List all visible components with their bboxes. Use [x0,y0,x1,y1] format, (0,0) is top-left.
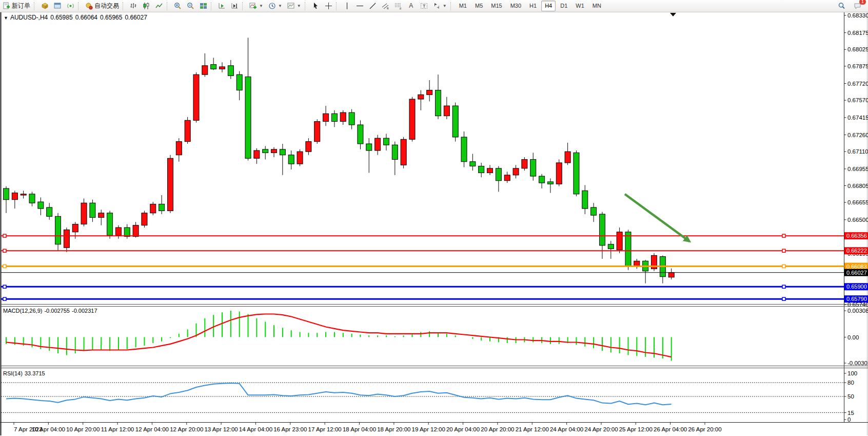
cursor-button[interactable] [309,1,322,11]
trendline-button[interactable] [366,1,379,11]
candle[interactable] [323,113,329,121]
auto-trading-button[interactable]: 自动交易 [83,1,122,11]
text-button[interactable]: A [405,1,418,11]
candle[interactable] [4,188,9,200]
candle[interactable] [271,149,277,153]
arrows-button[interactable]: ▼ [430,1,449,11]
candle[interactable] [306,142,311,152]
candle[interactable] [444,106,449,116]
candle[interactable] [107,213,113,235]
candle[interactable] [64,230,69,248]
candle[interactable] [599,214,605,245]
new-order-button[interactable]: 新订单 [0,1,33,11]
line-handle[interactable] [782,265,785,268]
candle[interactable] [513,168,519,175]
fibonacci-button[interactable]: F [392,1,405,11]
candle[interactable] [115,228,121,235]
candle[interactable] [522,159,527,168]
candle[interactable] [625,232,631,267]
candle[interactable] [21,194,26,195]
timeframe-mn[interactable]: MN [589,1,605,11]
candle[interactable] [349,112,354,125]
vertical-line-button[interactable] [341,1,353,11]
candle[interactable] [340,112,346,121]
candle[interactable] [55,216,61,244]
line-handle[interactable] [3,265,6,268]
timeframe-m30[interactable]: M30 [507,1,525,11]
timeframe-m5[interactable]: M5 [471,1,486,11]
candle[interactable] [479,166,484,173]
candle[interactable] [29,194,35,203]
candle[interactable] [236,74,242,90]
candle[interactable] [331,113,337,121]
timeframe-w1[interactable]: W1 [572,1,588,11]
timeframe-m1[interactable]: M1 [456,1,470,11]
candle[interactable] [133,225,139,237]
candle[interactable] [38,202,44,208]
text-label-button[interactable]: T [418,1,430,11]
candle[interactable] [202,66,208,74]
candle[interactable] [496,168,501,181]
candle[interactable] [383,138,389,145]
market-watch-button[interactable] [38,1,51,11]
candle[interactable] [452,106,458,137]
timeframe-h1[interactable]: H1 [526,1,540,11]
candle[interactable] [228,66,233,76]
candle[interactable] [211,65,216,69]
line-handle[interactable] [782,234,785,237]
symbol-dropdown-icon[interactable]: ▼ [4,15,8,21]
candle[interactable] [280,149,285,155]
templates-button[interactable]: ▼ [285,1,304,11]
candle[interactable] [297,151,303,164]
candle[interactable] [418,94,424,99]
candle[interactable] [47,207,52,216]
candle[interactable] [375,138,381,150]
candle[interactable] [582,191,588,208]
candle[interactable] [176,142,182,155]
candle[interactable] [530,159,536,176]
candle[interactable] [193,74,199,120]
candle[interactable] [470,162,476,166]
chart-canvas[interactable]: 0.683300.681750.680250.678750.677200.675… [0,0,868,436]
candle[interactable] [366,144,372,150]
indicators-button[interactable]: ▼ [247,1,266,11]
horizontal-line-button[interactable] [353,1,366,11]
data-window-button[interactable] [51,1,64,11]
candle[interactable] [591,207,597,215]
candle[interactable] [556,163,562,184]
tile-windows-button[interactable] [197,1,210,11]
zoom-out-button[interactable] [184,1,197,11]
timeframe-h4[interactable]: H4 [541,1,556,11]
line-chart-button[interactable] [153,1,166,11]
candle[interactable] [12,193,17,200]
candle[interactable] [150,204,156,213]
candle[interactable] [98,213,104,218]
candle[interactable] [245,77,251,159]
candle[interactable] [436,90,441,116]
candle[interactable] [617,232,622,250]
candlestick-chart-button[interactable] [140,1,153,11]
candle[interactable] [487,168,493,173]
candle[interactable] [314,122,320,142]
notifications-button[interactable]: 1 [851,1,864,11]
candle[interactable] [220,67,225,69]
candle[interactable] [185,120,190,141]
timeframe-m15[interactable]: M15 [487,1,505,11]
candle[interactable] [142,213,147,225]
bar-chart-button[interactable] [127,1,140,11]
candle[interactable] [427,90,432,95]
line-handle[interactable] [3,234,6,237]
chart-shift-button[interactable] [228,1,241,11]
line-handle[interactable] [3,297,6,300]
zoom-in-button[interactable] [171,1,184,11]
candle[interactable] [565,151,570,163]
line-handle[interactable] [782,249,785,252]
periods-button[interactable]: ▼ [266,1,285,11]
line-handle[interactable] [782,285,785,288]
crosshair-button[interactable] [322,1,335,11]
candle[interactable] [254,150,260,158]
candle[interactable] [124,228,130,236]
candle[interactable] [263,149,268,153]
signals-button[interactable] [64,1,77,11]
search-button[interactable] [835,1,848,11]
